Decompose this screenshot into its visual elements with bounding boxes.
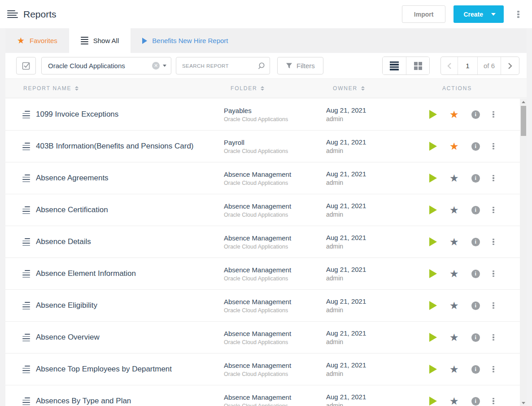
import-button[interactable]: Import — [402, 5, 446, 23]
filter-funnel-icon — [286, 62, 292, 69]
report-name-link[interactable]: 1099 Invoice Exceptions — [36, 110, 118, 119]
row-menu-icon[interactable] — [493, 207, 495, 214]
favorite-star-icon[interactable]: ★ — [449, 109, 459, 120]
previous-page-button[interactable] — [441, 57, 458, 74]
report-name-link[interactable]: Absence Details — [36, 237, 91, 246]
create-dropdown-caret-icon[interactable] — [491, 13, 496, 16]
favorite-star-icon[interactable]: ★ — [449, 141, 459, 152]
info-icon[interactable]: i — [471, 206, 480, 214]
next-page-button[interactable] — [501, 57, 519, 74]
table-row: Absence Agreements Absence Management Or… — [5, 162, 520, 194]
info-icon[interactable]: i — [471, 270, 480, 278]
toolbar: Oracle Cloud Applications ✕ Filters — [5, 53, 527, 79]
chevron-right-icon — [508, 62, 512, 70]
info-icon[interactable]: i — [471, 397, 480, 406]
folder-name: Payables — [224, 107, 326, 114]
tab-show-all-label: Show All — [93, 37, 119, 44]
folder-filter-dropdown[interactable]: Oracle Cloud Applications ✕ — [41, 57, 171, 74]
row-menu-icon[interactable] — [493, 239, 495, 245]
report-date: Aug 21, 2021 — [326, 170, 402, 178]
sort-by-folder[interactable]: FOLDER — [231, 85, 264, 92]
run-report-icon[interactable] — [429, 301, 437, 310]
table-row: Absence Details Absence Management Oracl… — [5, 226, 520, 258]
multi-select-button[interactable] — [16, 57, 36, 74]
create-button[interactable]: Create — [454, 5, 504, 23]
column-actions-label: ACTIONS — [442, 85, 472, 92]
info-icon[interactable]: i — [471, 301, 480, 310]
run-report-icon[interactable] — [429, 269, 437, 278]
run-report-icon[interactable] — [429, 110, 437, 119]
row-menu-icon[interactable] — [493, 143, 495, 150]
info-icon[interactable]: i — [471, 238, 480, 246]
search-icon[interactable] — [257, 62, 265, 70]
report-date: Aug 21, 2021 — [326, 297, 402, 305]
report-lines-icon — [22, 175, 30, 182]
folder-source: Oracle Cloud Applications — [224, 307, 326, 314]
grid-view-button[interactable] — [406, 57, 429, 74]
tab-favorites-label: Favorites — [30, 37, 57, 44]
report-name-link[interactable]: Absence Certification — [36, 205, 108, 214]
report-date: Aug 21, 2021 — [326, 202, 402, 210]
favorite-star-icon[interactable]: ★ — [449, 205, 459, 215]
folder-name: Absence Management — [224, 298, 326, 306]
report-date: Aug 21, 2021 — [326, 106, 402, 114]
scroll-up-icon[interactable] — [520, 99, 527, 105]
info-icon[interactable]: i — [471, 110, 480, 119]
vertical-scrollbar[interactable] — [520, 99, 527, 406]
run-report-icon[interactable] — [429, 397, 437, 406]
favorite-star-icon[interactable]: ★ — [449, 364, 459, 375]
table-header: REPORT NAME FOLDER OWNER ACTIONS — [5, 79, 527, 98]
report-lines-icon — [22, 143, 30, 150]
info-icon[interactable]: i — [471, 365, 480, 374]
folder-source: Oracle Cloud Applications — [224, 116, 326, 122]
sort-by-owner[interactable]: OWNER — [333, 85, 365, 92]
row-menu-icon[interactable] — [493, 366, 495, 373]
report-lines-icon — [22, 111, 30, 118]
report-name-link[interactable]: Absence Eligibility — [36, 301, 97, 310]
run-report-icon[interactable] — [429, 142, 437, 151]
sort-by-report-name[interactable]: REPORT NAME — [23, 85, 78, 92]
tab-favorites[interactable]: ★ Favorites — [5, 28, 69, 53]
row-menu-icon[interactable] — [493, 398, 495, 405]
run-report-icon[interactable] — [429, 333, 437, 342]
run-report-icon[interactable] — [429, 174, 437, 183]
info-icon[interactable]: i — [471, 333, 480, 342]
report-lines-icon — [22, 397, 30, 405]
info-icon[interactable]: i — [471, 142, 480, 151]
favorite-star-icon[interactable]: ★ — [449, 396, 459, 406]
list-view-button[interactable] — [383, 57, 406, 74]
scrollbar-thumb[interactable] — [521, 106, 526, 136]
clear-filter-icon[interactable]: ✕ — [152, 62, 160, 70]
favorite-star-icon[interactable]: ★ — [449, 269, 459, 279]
run-report-icon[interactable] — [429, 205, 437, 214]
more-options-icon[interactable] — [515, 8, 522, 21]
row-menu-icon[interactable] — [493, 271, 495, 277]
favorite-star-icon[interactable]: ★ — [449, 301, 459, 311]
row-menu-icon[interactable] — [493, 302, 495, 309]
report-name-link[interactable]: 403B Information(Benefits and Pensions C… — [36, 142, 194, 151]
dropdown-caret-icon — [163, 65, 166, 67]
table-body: 1099 Invoice Exceptions Payables Oracle … — [5, 99, 520, 406]
report-lines-icon — [22, 238, 30, 246]
run-report-icon[interactable] — [429, 365, 437, 374]
row-menu-icon[interactable] — [493, 175, 495, 182]
tab-open-report[interactable]: Benefits New Hire Report — [131, 28, 240, 53]
report-name-link[interactable]: Absence Top Employees by Department — [36, 365, 172, 374]
scroll-down-icon[interactable] — [520, 400, 527, 406]
current-page[interactable]: 1 — [458, 57, 478, 74]
report-name-link[interactable]: Absences By Type and Plan — [36, 397, 131, 406]
info-icon[interactable]: i — [471, 174, 480, 183]
favorite-star-icon[interactable]: ★ — [449, 237, 459, 247]
row-menu-icon[interactable] — [493, 334, 495, 341]
row-menu-icon[interactable] — [493, 111, 495, 118]
folder-name: Absence Management — [224, 393, 326, 401]
run-report-icon[interactable] — [429, 237, 437, 246]
favorite-star-icon[interactable]: ★ — [449, 332, 459, 343]
report-name-link[interactable]: Absence Element Information — [36, 269, 136, 278]
report-name-link[interactable]: Absence Overview — [36, 333, 100, 342]
favorite-star-icon[interactable]: ★ — [449, 173, 459, 183]
filters-button[interactable]: Filters — [277, 57, 323, 74]
report-name-link[interactable]: Absence Agreements — [36, 174, 109, 183]
tab-show-all[interactable]: Show All — [69, 28, 131, 53]
search-input[interactable] — [182, 63, 257, 69]
